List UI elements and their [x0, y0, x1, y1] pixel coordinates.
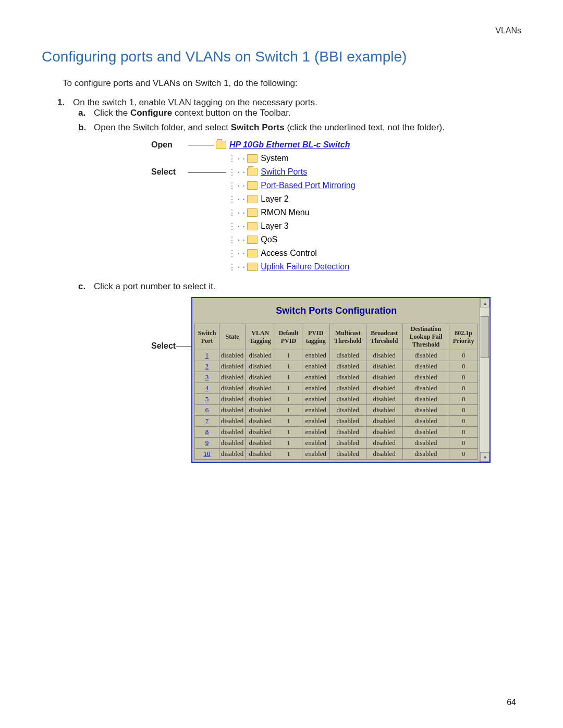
table-header: 802.1p Priority: [449, 324, 478, 350]
table-cell: 1: [275, 350, 302, 361]
table-row: 1disableddisabled1enableddisableddisable…: [195, 350, 478, 361]
port-link[interactable]: 4: [195, 383, 219, 394]
table-cell: 0: [449, 383, 478, 394]
intro-text: To configure ports and VLANs on Switch 1…: [63, 78, 521, 89]
table-row: 7disableddisabled1enableddisableddisable…: [195, 416, 478, 427]
folder-icon: [247, 195, 258, 203]
table-cell: disabled: [366, 350, 402, 361]
step-1b-bold: Switch Ports: [231, 122, 285, 132]
table-cell: enabled: [302, 416, 329, 427]
table-cell: 1: [275, 416, 302, 427]
tree-figure: Open HP 10Gb Ethernet BL-c Switch ⋮··Sys…: [151, 138, 521, 274]
table-cell: disabled: [329, 361, 366, 372]
folder-icon: [247, 263, 258, 271]
port-link[interactable]: 6: [195, 405, 219, 416]
folder-open-icon: [216, 141, 226, 149]
port-link[interactable]: 3: [195, 372, 219, 383]
table-figure: Select ▴ ▾ Switch Ports Configuration Sw…: [151, 297, 521, 463]
ports-table: Switch PortStateVLAN TaggingDefault PVID…: [194, 324, 478, 460]
table-cell: disabled: [219, 372, 245, 383]
table-cell: 0: [449, 438, 478, 449]
table-cell: 1: [275, 449, 302, 460]
port-link[interactable]: 10: [195, 449, 219, 460]
table-cell: disabled: [329, 427, 366, 438]
table-cell: disabled: [402, 394, 449, 405]
connector-line: [176, 347, 191, 347]
table-header: Destination Lookup Fail Threshold: [402, 324, 449, 350]
table-cell: 0: [449, 361, 478, 372]
table-cell: disabled: [219, 416, 245, 427]
table-cell: disabled: [329, 438, 366, 449]
table-cell: enabled: [302, 383, 329, 394]
port-link[interactable]: 8: [195, 427, 219, 438]
table-cell: 1: [275, 372, 302, 383]
folder-icon: [247, 181, 258, 190]
table-cell: 1: [275, 361, 302, 372]
table-cell: disabled: [402, 372, 449, 383]
table-cell: enabled: [302, 372, 329, 383]
folder-open-icon: [247, 168, 258, 176]
table-select-label: Select: [151, 341, 176, 351]
table-cell: disabled: [329, 449, 366, 460]
table-title: Switch Ports Configuration: [194, 301, 478, 324]
section-title: Configuring ports and VLANs on Switch 1 …: [42, 48, 521, 65]
table-cell: 1: [275, 394, 302, 405]
table-cell: disabled: [246, 449, 275, 460]
table-cell: disabled: [329, 350, 366, 361]
table-cell: disabled: [329, 372, 366, 383]
port-link[interactable]: 2: [195, 361, 219, 372]
tree-item-link[interactable]: Uplink Failure Detection: [261, 262, 349, 272]
tree-root-link[interactable]: HP 10Gb Ethernet BL-c Switch: [229, 140, 350, 150]
table-header: Broadcast Threshold: [366, 324, 402, 350]
table-frame: ▴ ▾ Switch Ports Configuration Switch Po…: [191, 297, 491, 463]
tree-item-link[interactable]: Switch Ports: [261, 167, 307, 177]
scrollbar[interactable]: ▴ ▾: [480, 298, 489, 462]
table-cell: disabled: [366, 405, 402, 416]
table-row: 4disableddisabled1enableddisableddisable…: [195, 383, 478, 394]
table-row: 9disableddisabled1enableddisableddisable…: [195, 438, 478, 449]
tree-item-text: RMON Menu: [261, 208, 309, 217]
table-cell: enabled: [302, 361, 329, 372]
port-link[interactable]: 9: [195, 438, 219, 449]
table-cell: disabled: [402, 438, 449, 449]
folder-icon: [247, 154, 258, 163]
tree-item-link[interactable]: Port-Based Port Mirroring: [261, 181, 355, 190]
table-cell: disabled: [246, 394, 275, 405]
table-cell: 1: [275, 438, 302, 449]
table-cell: disabled: [366, 438, 402, 449]
step-1-text: On the switch 1, enable VLAN tagging on …: [73, 97, 317, 107]
table-cell: disabled: [366, 361, 402, 372]
header-vlans: VLANs: [42, 26, 521, 35]
port-link[interactable]: 7: [195, 416, 219, 427]
table-cell: disabled: [246, 361, 275, 372]
table-cell: disabled: [219, 427, 245, 438]
tree-item-text: QoS: [261, 235, 277, 244]
step-1a-bold: Configure: [130, 108, 172, 118]
table-cell: disabled: [366, 394, 402, 405]
table-cell: 0: [449, 350, 478, 361]
table-cell: enabled: [302, 405, 329, 416]
folder-icon: [247, 222, 258, 230]
table-header: Default PVID: [275, 324, 302, 350]
scroll-down-icon[interactable]: ▾: [480, 452, 489, 462]
scroll-thumb[interactable]: [481, 316, 489, 358]
tree-item-text: Layer 2: [261, 194, 288, 204]
table-cell: disabled: [329, 394, 366, 405]
step-1a: Click the Configure context button on th…: [94, 108, 521, 118]
table-cell: disabled: [366, 416, 402, 427]
page-number: 64: [507, 698, 516, 707]
table-cell: disabled: [246, 372, 275, 383]
port-link[interactable]: 1: [195, 350, 219, 361]
table-cell: 1: [275, 383, 302, 394]
table-cell: disabled: [402, 383, 449, 394]
step-1b-suffix: (click the underlined text, not the fold…: [285, 122, 445, 132]
port-link[interactable]: 5: [195, 394, 219, 405]
scroll-up-icon[interactable]: ▴: [480, 298, 489, 307]
table-row: 10disableddisabled1enableddisableddisabl…: [195, 449, 478, 460]
table-cell: 1: [275, 427, 302, 438]
table-cell: disabled: [329, 383, 366, 394]
table-cell: disabled: [402, 427, 449, 438]
connector-line: [188, 145, 214, 145]
table-header: State: [219, 324, 245, 350]
table-cell: disabled: [402, 405, 449, 416]
